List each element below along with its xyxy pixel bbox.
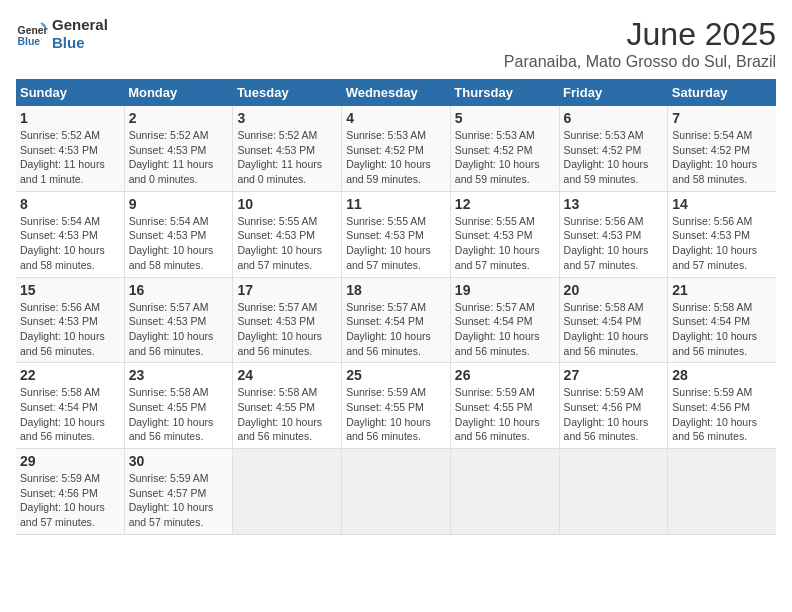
day-number: 16 [129, 282, 229, 298]
day-number: 22 [20, 367, 120, 383]
day-info: Sunrise: 5:56 AMSunset: 4:53 PMDaylight:… [564, 214, 664, 273]
day-number: 26 [455, 367, 555, 383]
day-number: 12 [455, 196, 555, 212]
day-info: Sunrise: 5:57 AMSunset: 4:54 PMDaylight:… [455, 300, 555, 359]
day-number: 8 [20, 196, 120, 212]
day-info: Sunrise: 5:53 AMSunset: 4:52 PMDaylight:… [346, 128, 446, 187]
day-info: Sunrise: 5:57 AMSunset: 4:54 PMDaylight:… [346, 300, 446, 359]
day-info: Sunrise: 5:53 AMSunset: 4:52 PMDaylight:… [455, 128, 555, 187]
calendar-cell: 24Sunrise: 5:58 AMSunset: 4:55 PMDayligh… [233, 363, 342, 449]
calendar-cell: 20Sunrise: 5:58 AMSunset: 4:54 PMDayligh… [559, 277, 668, 363]
logo-line2: Blue [52, 34, 108, 52]
weekday-header-monday: Monday [124, 79, 233, 106]
calendar-week-3: 15Sunrise: 5:56 AMSunset: 4:53 PMDayligh… [16, 277, 776, 363]
calendar-cell: 30Sunrise: 5:59 AMSunset: 4:57 PMDayligh… [124, 449, 233, 535]
calendar-cell: 27Sunrise: 5:59 AMSunset: 4:56 PMDayligh… [559, 363, 668, 449]
day-number: 6 [564, 110, 664, 126]
day-number: 7 [672, 110, 772, 126]
calendar-cell: 3Sunrise: 5:52 AMSunset: 4:53 PMDaylight… [233, 106, 342, 191]
day-number: 23 [129, 367, 229, 383]
day-number: 21 [672, 282, 772, 298]
calendar-cell: 9Sunrise: 5:54 AMSunset: 4:53 PMDaylight… [124, 191, 233, 277]
day-info: Sunrise: 5:53 AMSunset: 4:52 PMDaylight:… [564, 128, 664, 187]
day-number: 25 [346, 367, 446, 383]
logo-line1: General [52, 16, 108, 34]
day-number: 2 [129, 110, 229, 126]
day-info: Sunrise: 5:59 AMSunset: 4:56 PMDaylight:… [20, 471, 120, 530]
calendar-header-row: SundayMondayTuesdayWednesdayThursdayFrid… [16, 79, 776, 106]
calendar-cell: 17Sunrise: 5:57 AMSunset: 4:53 PMDayligh… [233, 277, 342, 363]
calendar-week-4: 22Sunrise: 5:58 AMSunset: 4:54 PMDayligh… [16, 363, 776, 449]
calendar-cell: 2Sunrise: 5:52 AMSunset: 4:53 PMDaylight… [124, 106, 233, 191]
day-number: 1 [20, 110, 120, 126]
day-number: 4 [346, 110, 446, 126]
calendar-week-2: 8Sunrise: 5:54 AMSunset: 4:53 PMDaylight… [16, 191, 776, 277]
day-info: Sunrise: 5:55 AMSunset: 4:53 PMDaylight:… [346, 214, 446, 273]
page-header: General Blue General Blue June 2025 Para… [16, 16, 776, 71]
day-number: 24 [237, 367, 337, 383]
calendar-cell: 12Sunrise: 5:55 AMSunset: 4:53 PMDayligh… [450, 191, 559, 277]
day-info: Sunrise: 5:54 AMSunset: 4:52 PMDaylight:… [672, 128, 772, 187]
calendar-cell: 6Sunrise: 5:53 AMSunset: 4:52 PMDaylight… [559, 106, 668, 191]
day-number: 10 [237, 196, 337, 212]
day-info: Sunrise: 5:58 AMSunset: 4:55 PMDaylight:… [237, 385, 337, 444]
calendar-cell: 4Sunrise: 5:53 AMSunset: 4:52 PMDaylight… [342, 106, 451, 191]
weekday-header-wednesday: Wednesday [342, 79, 451, 106]
day-number: 5 [455, 110, 555, 126]
weekday-header-tuesday: Tuesday [233, 79, 342, 106]
calendar-cell: 5Sunrise: 5:53 AMSunset: 4:52 PMDaylight… [450, 106, 559, 191]
day-info: Sunrise: 5:58 AMSunset: 4:55 PMDaylight:… [129, 385, 229, 444]
day-number: 17 [237, 282, 337, 298]
logo: General Blue General Blue [16, 16, 108, 52]
calendar-cell: 23Sunrise: 5:58 AMSunset: 4:55 PMDayligh… [124, 363, 233, 449]
calendar-cell: 8Sunrise: 5:54 AMSunset: 4:53 PMDaylight… [16, 191, 124, 277]
day-info: Sunrise: 5:52 AMSunset: 4:53 PMDaylight:… [20, 128, 120, 187]
calendar-cell [233, 449, 342, 535]
calendar-cell: 13Sunrise: 5:56 AMSunset: 4:53 PMDayligh… [559, 191, 668, 277]
day-number: 15 [20, 282, 120, 298]
calendar-cell: 19Sunrise: 5:57 AMSunset: 4:54 PMDayligh… [450, 277, 559, 363]
day-number: 9 [129, 196, 229, 212]
calendar-cell [450, 449, 559, 535]
day-info: Sunrise: 5:59 AMSunset: 4:55 PMDaylight:… [455, 385, 555, 444]
day-number: 11 [346, 196, 446, 212]
weekday-header-sunday: Sunday [16, 79, 124, 106]
title-area: June 2025 Paranaiba, Mato Grosso do Sul,… [504, 16, 776, 71]
day-info: Sunrise: 5:57 AMSunset: 4:53 PMDaylight:… [237, 300, 337, 359]
svg-text:Blue: Blue [18, 36, 41, 47]
day-info: Sunrise: 5:59 AMSunset: 4:56 PMDaylight:… [564, 385, 664, 444]
calendar-cell: 22Sunrise: 5:58 AMSunset: 4:54 PMDayligh… [16, 363, 124, 449]
day-info: Sunrise: 5:55 AMSunset: 4:53 PMDaylight:… [237, 214, 337, 273]
day-info: Sunrise: 5:59 AMSunset: 4:55 PMDaylight:… [346, 385, 446, 444]
day-number: 29 [20, 453, 120, 469]
day-number: 28 [672, 367, 772, 383]
day-number: 13 [564, 196, 664, 212]
calendar-week-1: 1Sunrise: 5:52 AMSunset: 4:53 PMDaylight… [16, 106, 776, 191]
sub-title: Paranaiba, Mato Grosso do Sul, Brazil [504, 53, 776, 71]
day-info: Sunrise: 5:52 AMSunset: 4:53 PMDaylight:… [129, 128, 229, 187]
calendar-cell: 28Sunrise: 5:59 AMSunset: 4:56 PMDayligh… [668, 363, 776, 449]
calendar-cell: 14Sunrise: 5:56 AMSunset: 4:53 PMDayligh… [668, 191, 776, 277]
day-info: Sunrise: 5:55 AMSunset: 4:53 PMDaylight:… [455, 214, 555, 273]
calendar-week-5: 29Sunrise: 5:59 AMSunset: 4:56 PMDayligh… [16, 449, 776, 535]
day-info: Sunrise: 5:56 AMSunset: 4:53 PMDaylight:… [672, 214, 772, 273]
calendar-cell [668, 449, 776, 535]
calendar-cell [342, 449, 451, 535]
calendar-cell: 29Sunrise: 5:59 AMSunset: 4:56 PMDayligh… [16, 449, 124, 535]
day-number: 27 [564, 367, 664, 383]
calendar-cell: 15Sunrise: 5:56 AMSunset: 4:53 PMDayligh… [16, 277, 124, 363]
day-info: Sunrise: 5:56 AMSunset: 4:53 PMDaylight:… [20, 300, 120, 359]
main-title: June 2025 [504, 16, 776, 53]
weekday-header-friday: Friday [559, 79, 668, 106]
day-info: Sunrise: 5:58 AMSunset: 4:54 PMDaylight:… [672, 300, 772, 359]
calendar-cell: 16Sunrise: 5:57 AMSunset: 4:53 PMDayligh… [124, 277, 233, 363]
day-number: 30 [129, 453, 229, 469]
weekday-header-thursday: Thursday [450, 79, 559, 106]
day-number: 3 [237, 110, 337, 126]
day-info: Sunrise: 5:58 AMSunset: 4:54 PMDaylight:… [20, 385, 120, 444]
day-number: 14 [672, 196, 772, 212]
calendar-cell: 11Sunrise: 5:55 AMSunset: 4:53 PMDayligh… [342, 191, 451, 277]
calendar-cell: 1Sunrise: 5:52 AMSunset: 4:53 PMDaylight… [16, 106, 124, 191]
calendar-cell: 18Sunrise: 5:57 AMSunset: 4:54 PMDayligh… [342, 277, 451, 363]
day-info: Sunrise: 5:54 AMSunset: 4:53 PMDaylight:… [20, 214, 120, 273]
